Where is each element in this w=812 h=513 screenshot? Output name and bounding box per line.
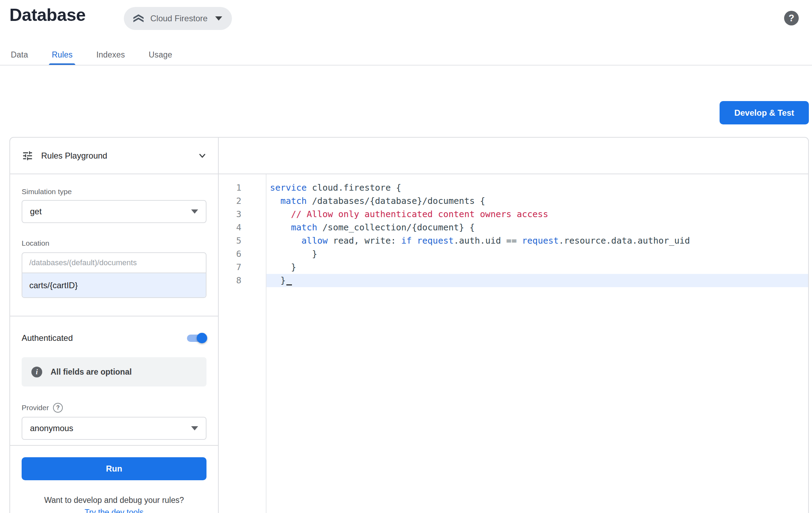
provider-row: Provider ? [22,403,206,413]
code-line: match /some_collection/{document} { [266,221,808,234]
location-path-input[interactable]: carts/{cartID} [22,273,206,297]
collapse-chevron-icon[interactable] [197,151,208,161]
section-divider [10,316,218,316]
tabs-divider [0,65,812,66]
code-line: } [266,247,808,261]
code-line: } [266,261,808,274]
product-selector-label: Cloud Firestore [150,14,208,23]
simulation-type-value: get [30,207,42,216]
editor-gutter: 12345678 [219,174,266,513]
simulation-type-label: Simulation type [22,187,206,196]
section-divider [10,445,218,446]
line-number: 6 [219,247,241,261]
rules-editor-panel: 12345678 service cloud.firestore { match… [219,138,808,513]
code-line: match /databases/{database}/documents { [266,194,808,208]
toggle-knob [197,333,207,343]
rules-playground-title: Rules Playground [41,151,189,161]
tab-rules[interactable]: Rules [49,44,75,65]
run-button[interactable]: Run [22,457,206,480]
line-number: 5 [219,234,241,247]
tab-data[interactable]: Data [8,44,31,65]
location-label: Location [22,239,206,247]
code-line: allow read, write: if request.auth.uid =… [266,234,808,247]
info-banner: i All fields are optional [22,357,206,386]
simulation-type-select[interactable]: get [22,200,206,223]
code-line: // Allow only authenticated content owne… [266,208,808,221]
line-number: 1 [219,181,241,194]
rules-playground-header[interactable]: Rules Playground [10,138,218,174]
provider-label: Provider [22,404,49,412]
product-selector[interactable]: Cloud Firestore [124,7,232,30]
develop-test-button[interactable]: Develop & Test [720,101,809,124]
firestore-icon [132,12,145,25]
dev-tools-prompt: Want to develop and debug your rules? [22,496,206,505]
dropdown-arrow-icon [191,209,198,214]
provider-select[interactable]: anonymous [22,417,206,440]
info-icon: i [31,367,42,377]
tab-usage[interactable]: Usage [146,44,175,65]
tune-icon [22,150,33,162]
text-cursor [286,275,292,285]
rules-playground-body: Simulation type get Location /databases/… [10,174,218,513]
tab-indexes[interactable]: Indexes [93,44,128,65]
line-number: 3 [219,208,241,221]
info-banner-text: All fields are optional [51,367,132,377]
chevron-down-icon [215,16,222,21]
rules-main-card: Rules Playground Simulation type get Loc… [9,137,809,513]
code-line: } [266,274,808,287]
rules-code-editor[interactable]: 12345678 service cloud.firestore { match… [219,174,808,513]
page-title: Database [9,4,85,26]
editor-code[interactable]: service cloud.firestore { match /databas… [266,174,808,513]
line-number: 2 [219,194,241,208]
firestore-rules-page: Database Cloud Firestore ? Data Rules In… [0,0,812,513]
location-prefix-input[interactable]: /databases/(default)/documents [22,253,206,273]
line-number: 7 [219,261,241,274]
provider-value: anonymous [30,423,73,433]
authenticated-row: Authenticated [22,332,206,344]
location-input-group: /databases/(default)/documents carts/{ca… [22,252,206,298]
dropdown-arrow-icon [191,426,198,430]
dev-tools-link[interactable]: Try the dev tools [84,508,143,513]
editor-toolbar [219,138,808,174]
line-number: 8 [219,274,241,287]
code-line: service cloud.firestore { [266,181,808,194]
authenticated-toggle[interactable] [186,332,206,344]
line-number: 4 [219,221,241,234]
tab-bar: Data Rules Indexes Usage [8,44,175,65]
authenticated-label: Authenticated [22,333,73,343]
help-icon[interactable]: ? [784,11,799,25]
provider-help-icon[interactable]: ? [53,403,63,413]
rules-playground-panel: Rules Playground Simulation type get Loc… [10,138,219,513]
